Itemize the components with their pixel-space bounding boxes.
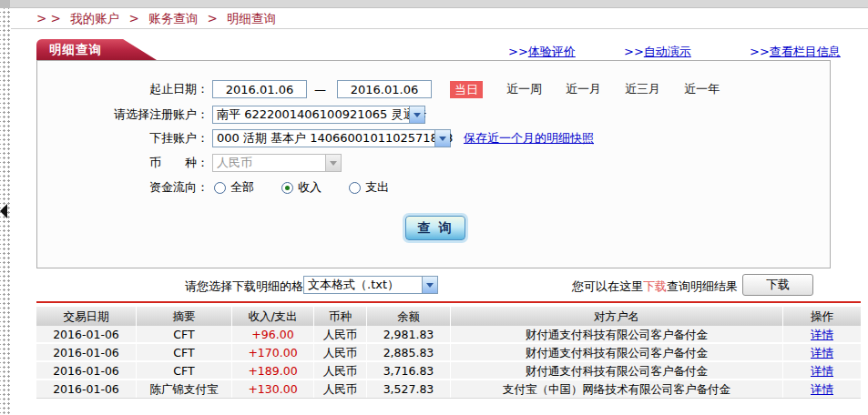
cell-amount: +170.00 (232, 344, 314, 360)
breadcrumb-item-detail-query[interactable]: 明细查询 (227, 11, 276, 25)
detail-link[interactable]: 详情 (811, 328, 833, 341)
cell-action: 详情 (783, 362, 861, 379)
cell-action: 详情 (783, 380, 861, 398)
sub-account-select[interactable]: 000 活期 基本户 1406600101102571848 (212, 129, 451, 147)
header-summary: 摘要 (137, 307, 232, 326)
radio-option-all[interactable]: 全部 (214, 179, 254, 196)
cell-counterparty: 财付通支付科技有限公司客户备付金 (451, 362, 783, 379)
link-prefix: >> (624, 45, 644, 58)
transactions-table: 交易日期 摘要 收入/支出 币种 余额 对方户名 操作 2016-01-06 C… (36, 307, 861, 399)
cell-balance: 2,885.83 (367, 344, 451, 360)
sub-account-label: 下挂账户： (37, 130, 209, 147)
cell-currency: 人民币 (314, 326, 367, 342)
date-to-input[interactable] (337, 80, 432, 98)
top-border (0, 0, 868, 8)
detail-link[interactable]: 详情 (811, 364, 833, 378)
cell-balance: 3,527.83 (367, 380, 451, 398)
cell-date: 2016-01-06 (36, 380, 137, 398)
link-label: 查看栏目信息 (770, 45, 841, 58)
link-label: 自动演示 (644, 45, 691, 58)
tab-detail-query[interactable]: 明细查询 (36, 39, 157, 60)
radio-option-income[interactable]: 收入 (281, 179, 322, 196)
cell-action: 详情 (783, 326, 861, 342)
link-prefix: >> (508, 45, 528, 58)
header-counterparty: 对方户名 (451, 307, 783, 326)
sub-account-value: 000 活期 基本户 1406600101102571848 (217, 130, 453, 147)
dropdown-arrow-icon[interactable] (434, 130, 450, 147)
quick-range-quarter[interactable]: 近三月 (625, 81, 660, 97)
header-balance: 余额 (367, 307, 451, 326)
cell-counterparty: 支付宝（中国）网络技术有限公司客户备付金 (451, 380, 783, 398)
link-auto-demo[interactable]: >>自动演示 (624, 44, 691, 60)
dropdown-arrow-icon[interactable] (409, 106, 424, 123)
table-row: 2016-01-06 陈广锦支付宝 +130.00 人民币 3,527.83 支… (36, 380, 861, 399)
cell-amount: +189.00 (232, 362, 314, 379)
date-from-input[interactable] (212, 80, 307, 98)
link-view-column-info[interactable]: >>查看栏目信息 (750, 44, 841, 60)
cell-amount: +96.00 (232, 326, 314, 342)
radio-icon[interactable] (281, 182, 293, 194)
cell-currency: 人民币 (314, 344, 367, 360)
save-snapshot-link[interactable]: 保存近一个月的明细快照 (464, 130, 594, 147)
register-account-label: 请选择注册账户： (37, 106, 209, 123)
header-action: 操作 (783, 307, 861, 326)
sub-account-row: 下挂账户： 000 活期 基本户 1406600101102571848 保存近… (37, 128, 830, 148)
breadcrumb: > > 我的账户 > 账务查询 > 明细查询 (36, 11, 281, 27)
cell-date: 2016-01-06 (36, 326, 137, 342)
register-account-select[interactable]: 南平 6222001406100921065 灵通卡 (212, 106, 425, 124)
quick-range-month[interactable]: 近一月 (566, 81, 601, 97)
header-amount: 收入/支出 (232, 307, 314, 326)
query-form-panel: 起止日期： — 当日 近一周 近一月 近三月 近一年 请选择注册账户： 南平 6… (36, 60, 831, 268)
quick-range-week[interactable]: 近一周 (506, 81, 542, 97)
table-row: 2016-01-06 CFT +189.00 人民币 3,716.83 财付通支… (36, 362, 861, 380)
currency-row: 币 种： 人民币 (37, 153, 830, 173)
table-top-divider (36, 301, 861, 303)
link-label: 体验评价 (528, 45, 576, 58)
download-hint-before: 您可以在这里 (572, 279, 643, 293)
breadcrumb-item-account-query[interactable]: 账务查询 (148, 11, 198, 25)
currency-label: 币 种： (37, 155, 209, 171)
cell-amount: +130.00 (232, 380, 314, 398)
breadcrumb-separator: > (207, 11, 217, 25)
radio-option-expense[interactable]: 支出 (349, 179, 389, 196)
cell-summary: CFT (137, 326, 232, 342)
download-hint-emphasis: 下载 (643, 279, 667, 293)
quick-range-today[interactable]: 当日 (450, 81, 483, 98)
cell-balance: 2,981.83 (367, 326, 451, 342)
detail-link[interactable]: 详情 (811, 382, 833, 396)
cell-currency: 人民币 (314, 362, 367, 379)
date-range-row: 起止日期： — 当日 近一周 近一月 近三月 近一年 (37, 79, 830, 99)
fund-flow-label: 资金流向： (37, 179, 209, 196)
cell-summary: 陈广锦支付宝 (137, 380, 232, 398)
download-hint: 您可以在这里下载查询明细结果 (572, 278, 738, 295)
dropdown-arrow-icon[interactable] (422, 277, 437, 293)
fund-flow-row: 资金流向： 全部 收入 支出 (37, 177, 830, 197)
download-button[interactable]: 下载 (742, 274, 813, 296)
register-account-value: 南平 6222001406100921065 灵通卡 (217, 106, 426, 123)
table-header-row: 交易日期 摘要 收入/支出 币种 余额 对方户名 操作 (36, 307, 861, 326)
radio-label: 全部 (230, 179, 254, 196)
download-format-select[interactable]: 文本格式（.txt） (303, 276, 438, 294)
breadcrumb-divider (11, 28, 868, 29)
breadcrumb-prefix: > > (36, 11, 61, 25)
query-button[interactable]: 查 询 (405, 216, 465, 240)
page: > > 我的账户 > 账务查询 > 明细查询 明细查询 >>体验评价 >>自动演… (0, 0, 868, 415)
date-dash: — (314, 83, 326, 96)
radio-icon[interactable] (349, 182, 361, 194)
breadcrumb-item-my-accounts[interactable]: 我的账户 (70, 11, 119, 25)
collapse-arrow-icon[interactable] (0, 204, 7, 218)
date-range-label: 起止日期： (37, 81, 209, 97)
download-format-label: 请您选择下载明细的格式 (185, 278, 315, 295)
radio-label: 收入 (298, 179, 322, 196)
detail-link[interactable]: 详情 (811, 346, 833, 359)
dropdown-arrow-icon (325, 155, 341, 171)
link-prefix: >> (750, 45, 770, 58)
cell-counterparty: 财付通支付科技有限公司客户备付金 (451, 326, 783, 342)
quick-range-year[interactable]: 近一年 (684, 81, 720, 97)
header-date: 交易日期 (36, 307, 137, 326)
header-currency: 币种 (314, 307, 367, 326)
link-experience-rating[interactable]: >>体验评价 (508, 44, 576, 60)
cell-balance: 3,716.83 (367, 362, 451, 379)
breadcrumb-separator: > (129, 11, 139, 25)
radio-icon[interactable] (214, 182, 226, 194)
